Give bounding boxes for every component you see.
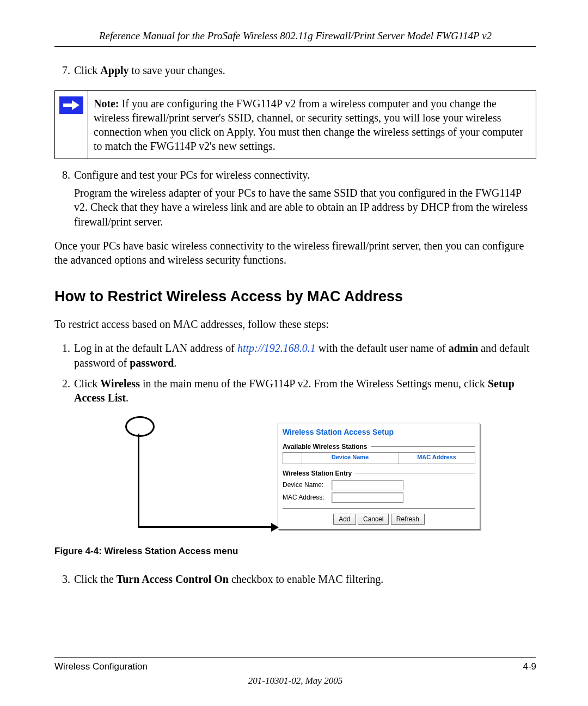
- mac-step-list: Log in at the default LAN address of htt…: [54, 341, 536, 405]
- s1-b2: password: [130, 357, 174, 369]
- step-list-8: Configure and test your PCs for wireless…: [54, 168, 536, 229]
- figure-caption: Figure 4-4: Wireless Station Access menu: [54, 546, 536, 557]
- section-intro: To restrict access based on MAC addresse…: [54, 317, 536, 331]
- s2-mid: in the main menu of the FWG114P v2. From…: [140, 378, 488, 389]
- callout-vline: [138, 434, 139, 527]
- station-entry-label: Wireless Station Entry: [278, 470, 480, 479]
- divider: [355, 473, 475, 473]
- s3-pre: Click the: [74, 573, 117, 585]
- note-label: Note:: [94, 98, 119, 109]
- step8-line2: Program the wireless adapter of your PCs…: [74, 186, 536, 229]
- mac-address-label: MAC Address:: [283, 494, 332, 501]
- mac-step-3: Click the Turn Access Control On checkbo…: [73, 572, 536, 586]
- step7-post: to save your changes.: [129, 64, 225, 76]
- step8-line1: Configure and test your PCs for wireless…: [74, 169, 310, 181]
- avail-text: Available Wireless Stations: [283, 443, 367, 451]
- callout-hline: [138, 526, 272, 528]
- available-stations-table: Device Name MAC Address: [283, 452, 475, 464]
- footer-docid: 201-10301-02, May 2005: [54, 675, 536, 686]
- lan-link[interactable]: http://192.168.0.1: [237, 342, 316, 354]
- mac-step-1: Log in at the default LAN address of htt…: [73, 341, 536, 370]
- footer-page-number: 4-9: [523, 661, 536, 672]
- available-stations-label: Available Wireless Stations: [278, 443, 480, 452]
- device-name-row: Device Name:: [278, 479, 480, 491]
- s1-b1: admin: [449, 342, 478, 354]
- note-icon-cell: [55, 91, 88, 159]
- running-header: Reference Manual for the ProSafe Wireles…: [54, 30, 536, 47]
- add-button[interactable]: Add: [333, 514, 356, 525]
- divider: [371, 446, 475, 447]
- step7-pre: Click: [74, 64, 100, 76]
- mac-step-list-cont: Click the Turn Access Control On checkbo…: [54, 572, 536, 586]
- th-select: [283, 453, 302, 464]
- step-7: Click Apply to save your changes.: [73, 63, 536, 77]
- paragraph-after-steps: Once your PCs have basic wireless connec…: [54, 239, 536, 267]
- step-8: Configure and test your PCs for wireless…: [73, 168, 536, 229]
- device-name-label: Device Name:: [283, 481, 332, 489]
- figure-4-4: Wireless Station Access Setup Available …: [54, 416, 536, 536]
- step7-bold: Apply: [100, 64, 128, 76]
- dialog-button-row: Add Cancel Refresh: [278, 508, 480, 529]
- s2-b1: Wireless: [100, 378, 140, 389]
- refresh-button[interactable]: Refresh: [391, 514, 425, 525]
- th-device-name: Device Name: [302, 453, 399, 464]
- note-box: Note: If you are configuring the FWG114P…: [54, 90, 536, 159]
- entry-text: Wireless Station Entry: [283, 470, 352, 477]
- s1-mid: with the default user name of: [316, 342, 449, 354]
- th-mac-address: MAC Address: [399, 453, 475, 464]
- footer-row: Wireless Configuration 4-9: [54, 661, 536, 672]
- arrow-right-icon: [59, 96, 83, 114]
- footer-rule: [54, 657, 536, 658]
- mac-step-2: Click Wireless in the main menu of the F…: [73, 376, 536, 405]
- svg-marker-0: [63, 100, 79, 110]
- device-name-input[interactable]: [332, 480, 403, 490]
- document-page: Reference Manual for the ProSafe Wireles…: [0, 0, 588, 706]
- page-footer: Wireless Configuration 4-9 201-10301-02,…: [54, 657, 536, 686]
- s1-end: .: [174, 357, 176, 369]
- s2-pre: Click: [74, 378, 100, 389]
- callout-bubble: [125, 416, 155, 437]
- s3-end: checkbox to enable MAC filtering.: [229, 573, 383, 585]
- section-heading: How to Restrict Wireless Access by MAC A…: [54, 288, 536, 305]
- callout-connector: [54, 416, 278, 536]
- mac-address-row: MAC Address:: [278, 491, 480, 508]
- note-text: Note: If you are configuring the FWG114P…: [88, 91, 536, 159]
- cancel-button[interactable]: Cancel: [358, 514, 389, 525]
- s1-pre: Log in at the default LAN address of: [74, 342, 237, 354]
- step-list-7: Click Apply to save your changes.: [54, 63, 536, 77]
- mac-address-input[interactable]: [332, 492, 403, 503]
- s2-end: .: [126, 392, 128, 404]
- s3-b1: Turn Access Control On: [117, 573, 229, 585]
- wireless-access-dialog: Wireless Station Access Setup Available …: [278, 423, 480, 530]
- callout-arrow-icon: [271, 523, 279, 532]
- footer-left: Wireless Configuration: [54, 661, 148, 672]
- dialog-title: Wireless Station Access Setup: [278, 423, 480, 443]
- note-body: If you are configuring the FWG114P v2 fr…: [94, 98, 523, 152]
